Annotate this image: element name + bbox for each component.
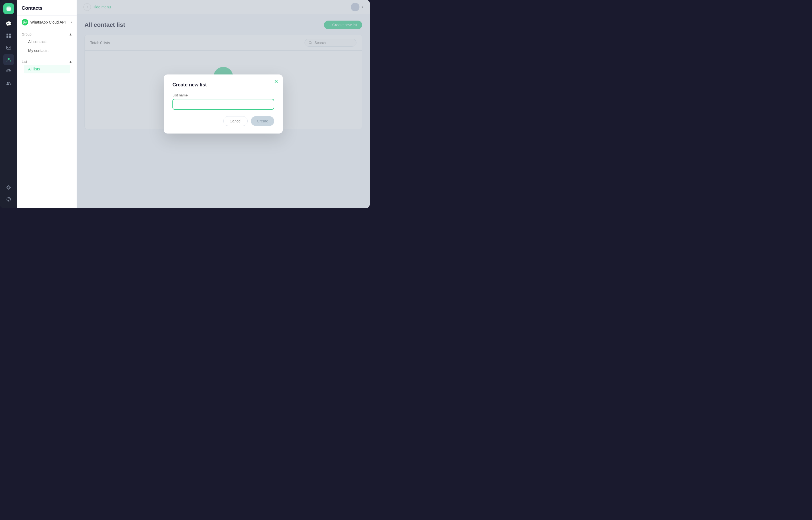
svg-rect-4 <box>6 46 11 49</box>
sidebar: Contacts WhatsApp Cloud API ▾ Group ▲ Al… <box>17 0 77 208</box>
sidebar-item-my-contacts[interactable]: My contacts <box>24 46 70 55</box>
nav-contacts-icon[interactable] <box>3 54 14 65</box>
whatsapp-icon <box>22 19 28 25</box>
nav-broadcast-icon[interactable] <box>3 66 14 77</box>
list-name-label: List name <box>172 93 274 97</box>
cancel-button[interactable]: Cancel <box>223 116 248 126</box>
list-name-input[interactable] <box>172 99 274 110</box>
nav-support-icon[interactable] <box>3 194 14 205</box>
nav-chat-icon[interactable]: 💬 <box>3 19 14 29</box>
svg-rect-1 <box>9 33 11 35</box>
svg-point-8 <box>8 201 9 201</box>
left-nav: 💬 <box>0 0 17 208</box>
group-section: Group ▲ All contacts My contacts <box>17 29 77 56</box>
channel-selector[interactable]: WhatsApp Cloud API ▾ <box>17 16 77 29</box>
group-section-header[interactable]: Group ▲ <box>22 32 72 36</box>
modal-title: Create new list <box>172 82 274 88</box>
svg-rect-2 <box>6 36 8 38</box>
main-content: ‹ Hide menu ▾ All contact list + Create … <box>77 0 370 208</box>
app-wrapper: 💬 <box>0 0 370 208</box>
nav-team-icon[interactable] <box>3 78 14 89</box>
channel-name: WhatsApp Cloud API <box>30 20 68 24</box>
svg-point-6 <box>8 71 9 72</box>
sidebar-item-all-lists[interactable]: All lists <box>24 65 70 73</box>
modal-overlay[interactable]: ✕ Create new list List name Cancel Creat… <box>77 0 370 208</box>
list-section-header[interactable]: List ▲ <box>22 59 72 63</box>
modal-actions: Cancel Create <box>172 116 274 126</box>
list-section: List ▲ All lists <box>17 56 77 75</box>
app-logo <box>3 3 14 14</box>
svg-rect-0 <box>6 33 8 35</box>
nav-settings-icon[interactable] <box>3 182 14 193</box>
list-name-form-group: List name <box>172 93 274 110</box>
create-button[interactable]: Create <box>251 116 274 126</box>
sidebar-item-all-contacts[interactable]: All contacts <box>24 37 70 46</box>
create-list-modal: ✕ Create new list List name Cancel Creat… <box>164 75 283 133</box>
sidebar-title: Contacts <box>17 0 77 16</box>
svg-rect-3 <box>9 36 11 38</box>
channel-chevron: ▾ <box>71 20 72 24</box>
nav-inbox-icon[interactable] <box>3 42 14 53</box>
modal-close-button[interactable]: ✕ <box>274 79 279 84</box>
nav-grid-icon[interactable] <box>3 30 14 41</box>
